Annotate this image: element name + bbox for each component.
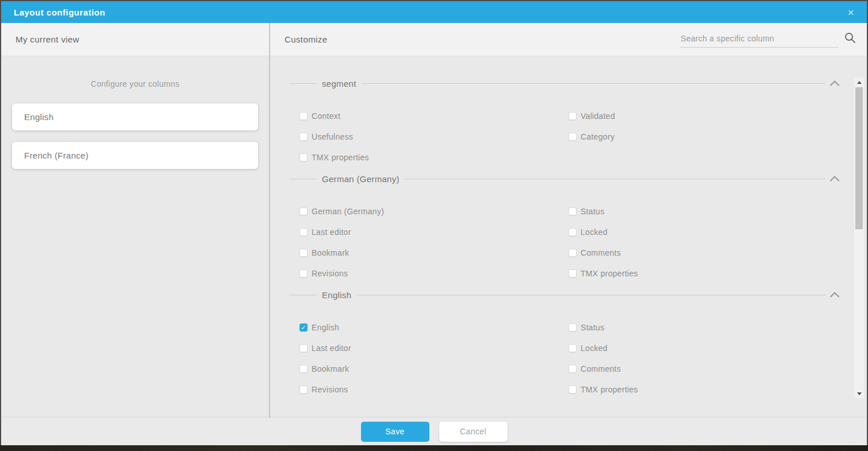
checkbox-label: TMX properties: [581, 269, 638, 278]
column-checkbox-item[interactable]: TMX properties: [569, 379, 638, 400]
layout-configuration-dialog: Layout configuration × My current view C…: [1, 1, 867, 445]
column-checkbox-item[interactable]: TMX properties: [299, 147, 840, 168]
checkbox-icon[interactable]: [569, 386, 577, 394]
section-checkbox-grid: ContextUsefulnessTMX propertiesValidated…: [299, 106, 840, 168]
left-panel-header: My current view: [1, 23, 269, 56]
section-header: English: [289, 287, 840, 303]
current-column-card[interactable]: French (France): [12, 142, 258, 169]
checkbox-icon[interactable]: [299, 365, 308, 373]
section-title: English: [322, 290, 356, 300]
configure-columns-label: Configure your columns: [1, 79, 269, 91]
save-button[interactable]: Save: [361, 422, 429, 442]
checkbox-icon[interactable]: [569, 365, 577, 373]
checkbox-label: Last editor: [312, 228, 351, 237]
dialog-body: My current view Configure your columns E…: [1, 23, 867, 418]
checkbox-icon[interactable]: [299, 207, 308, 215]
section-header: German (Germany): [289, 171, 840, 187]
checkbox-label: Bookmark: [312, 364, 349, 373]
dialog-titlebar: Layout configuration ×: [1, 1, 867, 23]
current-columns-list: EnglishFrench (France): [12, 103, 258, 169]
checkbox-label: TMX properties: [581, 385, 638, 394]
checkbox-icon[interactable]: [569, 269, 577, 277]
column-checkbox-item[interactable]: Validated: [569, 106, 615, 126]
checkbox-icon[interactable]: [569, 344, 577, 352]
scrollbar-thumb[interactable]: [855, 87, 863, 229]
column-checkbox-item[interactable]: Locked: [569, 338, 638, 359]
column-section: segmentContextUsefulnessTMX propertiesVa…: [289, 75, 840, 168]
checkbox-icon[interactable]: [569, 249, 577, 257]
column-checkbox-item[interactable]: Locked: [569, 222, 638, 242]
current-column-label: French (France): [24, 151, 89, 160]
column-checkbox-item[interactable]: Status: [569, 201, 638, 222]
checkbox-label: Comments: [581, 364, 621, 373]
checkbox-icon[interactable]: [299, 269, 308, 277]
checkbox-icon[interactable]: [299, 344, 308, 352]
checkbox-icon[interactable]: [569, 133, 577, 141]
section-checkbox-grid: German (Germany)Last editorBookmarkRevis…: [299, 201, 840, 284]
search-icon[interactable]: [844, 32, 857, 47]
checkbox-label: Bookmark: [312, 248, 349, 257]
checkbox-icon[interactable]: [299, 153, 308, 161]
customize-panel: Customize segmentContextUsefulnessTMX pr…: [270, 23, 867, 418]
page-background-strip: [0, 445, 868, 451]
search-input[interactable]: [679, 34, 839, 48]
current-view-panel: My current view Configure your columns E…: [1, 23, 270, 418]
chevron-up-icon[interactable]: [829, 175, 840, 182]
column-sections-list: segmentContextUsefulnessTMX propertiesVa…: [270, 56, 867, 418]
left-panel-title: My current view: [16, 34, 79, 44]
checkbox-label: Usefulness: [312, 132, 353, 141]
checkbox-icon[interactable]: [569, 112, 577, 120]
chevron-up-icon[interactable]: [829, 291, 840, 298]
column-checkbox-item[interactable]: Comments: [569, 359, 638, 379]
column-search: [679, 32, 857, 48]
scrollbar-up-icon[interactable]: [854, 78, 864, 87]
cancel-button[interactable]: Cancel: [439, 422, 508, 442]
column-checkbox-item[interactable]: TMX properties: [569, 263, 638, 284]
right-panel-title: Customize: [285, 34, 327, 44]
section-divider: [289, 179, 317, 179]
section-divider: [289, 83, 317, 84]
checkbox-icon[interactable]: [569, 323, 577, 331]
checkbox-icon[interactable]: [569, 207, 577, 215]
checkbox-icon[interactable]: [299, 249, 308, 257]
checkbox-column-right: ValidatedCategory: [569, 106, 615, 147]
checkbox-label: Status: [581, 207, 605, 216]
checkbox-label: Revisions: [312, 269, 348, 278]
checkbox-icon[interactable]: [299, 112, 308, 120]
right-panel-header: Customize: [270, 23, 867, 56]
checkbox-label: Context: [312, 111, 340, 121]
checkbox-column-right: StatusLockedCommentsTMX properties: [569, 201, 638, 284]
section-checkbox-grid: ✓EnglishLast editorBookmarkRevisionsStat…: [299, 317, 840, 400]
column-section: German (Germany)German (Germany)Last edi…: [289, 171, 840, 284]
left-panel-body: Configure your columns EnglishFrench (Fr…: [1, 56, 269, 418]
section-divider: [289, 295, 317, 295]
dialog-title: Layout configuration: [14, 7, 105, 17]
checkbox-column-right: StatusLockedCommentsTMX properties: [569, 317, 638, 400]
checkbox-icon[interactable]: [299, 228, 308, 236]
dialog-footer: Save Cancel: [1, 418, 867, 445]
checkbox-label: Locked: [581, 228, 608, 237]
checkbox-icon[interactable]: [569, 228, 577, 236]
checkbox-label: Revisions: [312, 385, 348, 394]
checkbox-label: Validated: [581, 111, 615, 121]
scrollbar-down-icon[interactable]: [854, 389, 864, 398]
checkbox-label: Category: [581, 132, 614, 141]
checkbox-icon[interactable]: [299, 133, 308, 141]
section-header: segment: [289, 75, 840, 91]
checkbox-label: Comments: [581, 248, 621, 257]
close-icon[interactable]: ×: [844, 6, 858, 19]
section-divider: [405, 179, 825, 179]
current-column-card[interactable]: English: [12, 103, 258, 130]
chevron-up-icon[interactable]: [829, 80, 840, 87]
checkbox-icon[interactable]: [299, 386, 308, 394]
current-column-label: English: [24, 112, 53, 122]
section-divider: [356, 295, 825, 295]
section-divider: [362, 83, 825, 84]
column-checkbox-item[interactable]: Comments: [569, 242, 638, 263]
vertical-scrollbar[interactable]: [854, 78, 864, 398]
column-checkbox-item[interactable]: Category: [569, 126, 615, 147]
column-checkbox-item[interactable]: Status: [569, 317, 638, 338]
checkbox-label: Status: [581, 323, 605, 332]
checkbox-label: Last editor: [312, 344, 351, 353]
checkbox-checked-icon[interactable]: ✓: [299, 323, 308, 331]
